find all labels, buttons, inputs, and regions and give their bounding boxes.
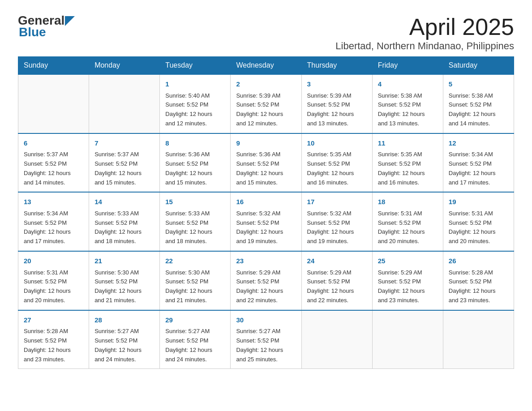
day-number: 19 [449, 197, 508, 207]
day-info: Sunrise: 5:36 AM Sunset: 5:52 PM Dayligh… [165, 150, 225, 187]
day-number: 18 [378, 197, 438, 207]
title-block: April 2025 Libertad, Northern Mindanao, … [335, 13, 514, 52]
day-number: 7 [94, 138, 154, 149]
day-info: Sunrise: 5:35 AM Sunset: 5:52 PM Dayligh… [378, 150, 438, 187]
day-info: Sunrise: 5:38 AM Sunset: 5:52 PM Dayligh… [378, 91, 438, 128]
day-number: 1 [165, 79, 225, 90]
day-number: 21 [94, 256, 154, 266]
logo: General Blue [18, 13, 75, 39]
day-info: Sunrise: 5:30 AM Sunset: 5:52 PM Dayligh… [165, 268, 225, 305]
calendar-cell: 22Sunrise: 5:30 AM Sunset: 5:52 PM Dayli… [160, 251, 231, 310]
calendar-cell: 13Sunrise: 5:34 AM Sunset: 5:52 PM Dayli… [18, 192, 89, 251]
calendar-cell: 17Sunrise: 5:32 AM Sunset: 5:52 PM Dayli… [301, 192, 372, 251]
day-number: 16 [236, 197, 296, 207]
calendar-cell: 11Sunrise: 5:35 AM Sunset: 5:52 PM Dayli… [372, 133, 443, 193]
logo-triangle-icon [65, 16, 75, 26]
day-number: 28 [94, 315, 154, 325]
calendar-cell [89, 74, 160, 133]
day-number: 14 [94, 197, 154, 207]
calendar-cell: 25Sunrise: 5:29 AM Sunset: 5:52 PM Dayli… [372, 251, 443, 310]
day-number: 22 [165, 256, 225, 266]
day-info: Sunrise: 5:39 AM Sunset: 5:52 PM Dayligh… [307, 91, 367, 128]
day-number: 4 [378, 79, 438, 90]
calendar-cell: 14Sunrise: 5:33 AM Sunset: 5:52 PM Dayli… [89, 192, 160, 251]
day-of-week-header: Wednesday [231, 57, 301, 75]
calendar-cell: 4Sunrise: 5:38 AM Sunset: 5:52 PM Daylig… [372, 74, 443, 133]
calendar-cell: 30Sunrise: 5:27 AM Sunset: 5:52 PM Dayli… [231, 310, 301, 369]
calendar-table: SundayMondayTuesdayWednesdayThursdayFrid… [18, 56, 514, 369]
calendar-cell [301, 310, 372, 369]
day-info: Sunrise: 5:39 AM Sunset: 5:52 PM Dayligh… [236, 91, 296, 128]
day-number: 9 [236, 138, 296, 149]
day-of-week-header: Thursday [301, 57, 372, 75]
day-number: 10 [307, 138, 367, 149]
day-info: Sunrise: 5:32 AM Sunset: 5:52 PM Dayligh… [307, 209, 367, 246]
calendar-cell: 6Sunrise: 5:37 AM Sunset: 5:52 PM Daylig… [18, 133, 89, 193]
calendar-cell: 23Sunrise: 5:29 AM Sunset: 5:52 PM Dayli… [231, 251, 301, 310]
calendar-cell: 7Sunrise: 5:37 AM Sunset: 5:52 PM Daylig… [89, 133, 160, 193]
day-info: Sunrise: 5:30 AM Sunset: 5:52 PM Dayligh… [94, 268, 154, 305]
day-number: 20 [24, 256, 83, 266]
calendar-cell: 15Sunrise: 5:33 AM Sunset: 5:52 PM Dayli… [160, 192, 231, 251]
calendar-location: Libertad, Northern Mindanao, Philippines [335, 40, 514, 52]
calendar-cell: 27Sunrise: 5:28 AM Sunset: 5:52 PM Dayli… [18, 310, 89, 369]
calendar-cell: 2Sunrise: 5:39 AM Sunset: 5:52 PM Daylig… [231, 74, 301, 133]
day-info: Sunrise: 5:38 AM Sunset: 5:52 PM Dayligh… [449, 91, 508, 128]
day-info: Sunrise: 5:35 AM Sunset: 5:52 PM Dayligh… [307, 150, 367, 187]
day-info: Sunrise: 5:29 AM Sunset: 5:52 PM Dayligh… [378, 268, 438, 305]
day-number: 15 [165, 197, 225, 207]
calendar-week-row: 20Sunrise: 5:31 AM Sunset: 5:52 PM Dayli… [18, 251, 514, 310]
calendar-cell: 20Sunrise: 5:31 AM Sunset: 5:52 PM Dayli… [18, 251, 89, 310]
day-number: 11 [378, 138, 438, 149]
calendar-cell [18, 74, 89, 133]
day-of-week-header: Sunday [18, 57, 89, 75]
day-number: 17 [307, 197, 367, 207]
calendar-cell [372, 310, 443, 369]
calendar-header-row: SundayMondayTuesdayWednesdayThursdayFrid… [18, 57, 514, 75]
day-info: Sunrise: 5:36 AM Sunset: 5:52 PM Dayligh… [236, 150, 296, 187]
svg-marker-0 [65, 16, 75, 26]
calendar-cell: 26Sunrise: 5:28 AM Sunset: 5:52 PM Dayli… [443, 251, 514, 310]
day-number: 2 [236, 79, 296, 90]
calendar-cell: 3Sunrise: 5:39 AM Sunset: 5:52 PM Daylig… [301, 74, 372, 133]
calendar-cell: 24Sunrise: 5:29 AM Sunset: 5:52 PM Dayli… [301, 251, 372, 310]
day-info: Sunrise: 5:29 AM Sunset: 5:52 PM Dayligh… [236, 268, 296, 305]
day-number: 5 [449, 79, 508, 90]
day-info: Sunrise: 5:31 AM Sunset: 5:52 PM Dayligh… [449, 209, 508, 246]
day-info: Sunrise: 5:27 AM Sunset: 5:52 PM Dayligh… [236, 327, 296, 364]
calendar-week-row: 1Sunrise: 5:40 AM Sunset: 5:52 PM Daylig… [18, 74, 514, 133]
day-number: 3 [307, 79, 367, 90]
calendar-week-row: 27Sunrise: 5:28 AM Sunset: 5:52 PM Dayli… [18, 310, 514, 369]
calendar-cell: 5Sunrise: 5:38 AM Sunset: 5:52 PM Daylig… [443, 74, 514, 133]
day-info: Sunrise: 5:28 AM Sunset: 5:52 PM Dayligh… [24, 327, 83, 364]
day-number: 8 [165, 138, 225, 149]
day-info: Sunrise: 5:31 AM Sunset: 5:52 PM Dayligh… [24, 268, 83, 305]
logo-blue-text: Blue [18, 26, 75, 39]
calendar-title: April 2025 [335, 13, 514, 40]
day-info: Sunrise: 5:29 AM Sunset: 5:52 PM Dayligh… [307, 268, 367, 305]
day-info: Sunrise: 5:32 AM Sunset: 5:52 PM Dayligh… [236, 209, 296, 246]
calendar-cell: 28Sunrise: 5:27 AM Sunset: 5:52 PM Dayli… [89, 310, 160, 369]
day-info: Sunrise: 5:31 AM Sunset: 5:52 PM Dayligh… [378, 209, 438, 246]
day-number: 25 [378, 256, 438, 266]
calendar-cell: 29Sunrise: 5:27 AM Sunset: 5:52 PM Dayli… [160, 310, 231, 369]
calendar-cell: 18Sunrise: 5:31 AM Sunset: 5:52 PM Dayli… [372, 192, 443, 251]
calendar-week-row: 13Sunrise: 5:34 AM Sunset: 5:52 PM Dayli… [18, 192, 514, 251]
day-number: 27 [24, 315, 83, 325]
calendar-cell: 19Sunrise: 5:31 AM Sunset: 5:52 PM Dayli… [443, 192, 514, 251]
day-of-week-header: Tuesday [160, 57, 231, 75]
day-number: 6 [24, 138, 83, 149]
day-info: Sunrise: 5:33 AM Sunset: 5:52 PM Dayligh… [165, 209, 225, 246]
page-header: General Blue April 2025 Libertad, Northe… [18, 13, 514, 52]
day-number: 13 [24, 197, 83, 207]
day-info: Sunrise: 5:28 AM Sunset: 5:52 PM Dayligh… [449, 268, 508, 305]
calendar-cell: 1Sunrise: 5:40 AM Sunset: 5:52 PM Daylig… [160, 74, 231, 133]
day-number: 23 [236, 256, 296, 266]
day-info: Sunrise: 5:27 AM Sunset: 5:52 PM Dayligh… [94, 327, 154, 364]
day-info: Sunrise: 5:34 AM Sunset: 5:52 PM Dayligh… [24, 209, 83, 246]
calendar-cell: 21Sunrise: 5:30 AM Sunset: 5:52 PM Dayli… [89, 251, 160, 310]
day-info: Sunrise: 5:40 AM Sunset: 5:52 PM Dayligh… [165, 91, 225, 128]
day-info: Sunrise: 5:34 AM Sunset: 5:52 PM Dayligh… [449, 150, 508, 187]
day-number: 26 [449, 256, 508, 266]
day-info: Sunrise: 5:33 AM Sunset: 5:52 PM Dayligh… [94, 209, 154, 246]
